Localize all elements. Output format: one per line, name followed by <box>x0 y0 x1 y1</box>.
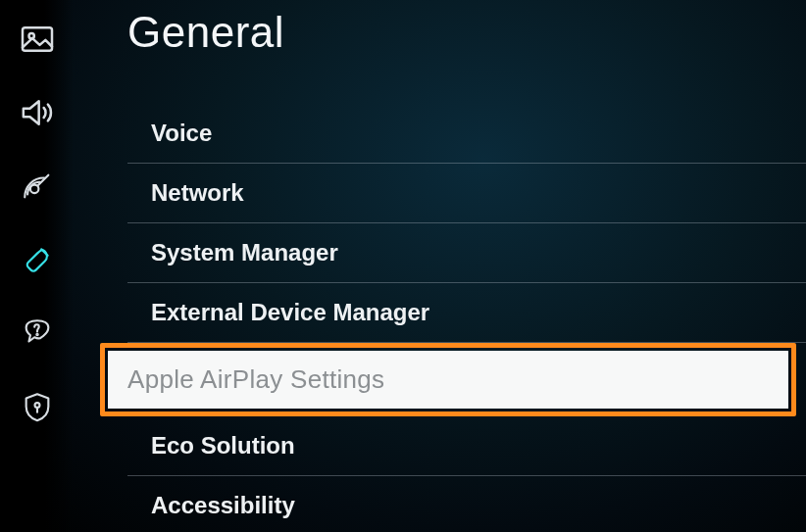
sound-icon[interactable] <box>18 93 57 132</box>
page-title: General <box>127 8 806 57</box>
highlight-annotation: Apple AirPlay Settings <box>100 343 796 416</box>
menu-item-system-manager[interactable]: System Manager <box>127 223 806 283</box>
menu-item-apple-airplay-settings[interactable]: Apple AirPlay Settings <box>127 343 806 416</box>
menu-item-network[interactable]: Network <box>127 164 806 223</box>
menu-item-label: Eco Solution <box>151 432 295 459</box>
menu-item-label: External Device Manager <box>151 299 429 325</box>
main-panel: General Voice Network System Manager Ext… <box>74 0 806 532</box>
broadcasting-icon[interactable] <box>18 167 57 206</box>
support-icon[interactable] <box>18 314 57 353</box>
settings-menu: Voice Network System Manager External De… <box>127 104 806 532</box>
privacy-icon[interactable] <box>18 387 57 426</box>
menu-item-label: Network <box>151 179 244 206</box>
menu-item-label: Voice <box>151 120 212 146</box>
settings-sidebar <box>0 0 74 532</box>
menu-item-external-device-manager[interactable]: External Device Manager <box>127 283 806 343</box>
general-icon[interactable] <box>18 240 57 279</box>
menu-item-voice[interactable]: Voice <box>127 104 806 164</box>
menu-item-label: Accessibility <box>151 492 295 518</box>
svg-rect-0 <box>23 27 52 50</box>
menu-item-eco-solution[interactable]: Eco Solution <box>127 416 806 476</box>
picture-icon[interactable] <box>18 20 57 59</box>
menu-item-label: System Manager <box>151 239 338 266</box>
menu-item-accessibility[interactable]: Accessibility <box>127 476 806 532</box>
svg-point-3 <box>36 334 37 335</box>
menu-item-label: Apple AirPlay Settings <box>127 364 384 394</box>
